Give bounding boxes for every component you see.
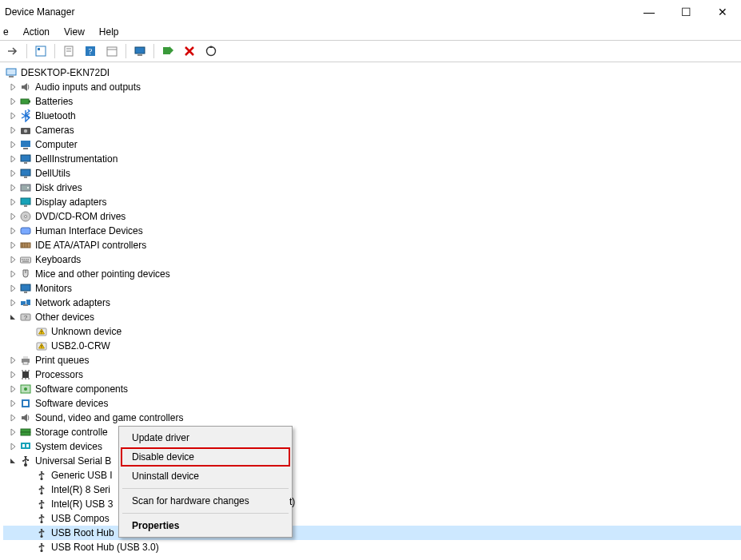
tree-device[interactable]: USB Compos (3, 511, 741, 526)
tree-category[interactable]: Software components (3, 382, 741, 396)
chevron-right-icon[interactable] (8, 111, 18, 121)
toolbar-help-button[interactable]: ? (81, 42, 100, 61)
tree-device[interactable]: Intel(R) USB 3 (3, 497, 741, 511)
tree-category[interactable]: IDE ATA/ATAPI controllers (3, 238, 741, 252)
tree-device[interactable]: Intel(R) 8 Seri (3, 483, 741, 497)
toolbar-calendar-button[interactable] (102, 42, 122, 61)
tree-category[interactable]: Keyboards (3, 252, 741, 267)
tree-category[interactable]: Print queues (3, 353, 741, 367)
chevron-right-icon[interactable] (8, 269, 18, 279)
tree-device[interactable]: Generic USB I (3, 468, 741, 483)
context-disable-device[interactable]: Disable device (121, 447, 290, 467)
tree-device[interactable]: USB Root Hub (USB 3.0) (3, 540, 741, 554)
context-uninstall-device[interactable]: Uninstall device (121, 467, 290, 486)
tree-category[interactable]: DellInstrumentation (3, 152, 741, 166)
tree-category[interactable]: Bluetooth (3, 109, 741, 123)
tree-category[interactable]: Network adapters (3, 296, 741, 310)
tree-category[interactable]: Computer (3, 137, 741, 152)
chevron-right-icon[interactable] (8, 284, 18, 293)
storage-icon (19, 426, 32, 439)
toolbar-properties-button[interactable] (31, 42, 50, 61)
chevron-right-icon[interactable] (8, 384, 18, 394)
toolbar-back-button[interactable] (3, 42, 22, 61)
svg-point-89 (39, 503, 41, 505)
tree-category[interactable]: Human Interface Devices (3, 224, 741, 238)
tree-category[interactable]: Monitors (3, 281, 741, 296)
device-tree[interactable]: DESKTOP-EKN72DI Audio inputs and outputs… (0, 62, 741, 554)
tree-category[interactable]: ?Other devices (3, 310, 741, 324)
chevron-right-icon[interactable] (8, 97, 18, 106)
chevron-right-icon[interactable] (8, 226, 18, 236)
chevron-right-icon[interactable] (8, 240, 18, 250)
toolbar-sheet-button[interactable] (59, 42, 78, 61)
chevron-right-icon[interactable] (8, 255, 18, 264)
display-icon (19, 196, 32, 209)
chevron-down-icon[interactable] (8, 312, 18, 322)
maximize-button[interactable]: ☐ (667, 0, 704, 24)
chevron-right-icon[interactable] (8, 169, 18, 178)
context-properties[interactable]: Properties (121, 516, 290, 535)
tree-root[interactable]: DESKTOP-EKN72DI (3, 66, 741, 80)
tree-device[interactable]: Unknown device (3, 324, 741, 339)
tree-category[interactable]: System devices (3, 439, 741, 454)
tree-category[interactable]: Display adapters (3, 195, 741, 209)
chevron-down-icon[interactable] (8, 456, 18, 466)
tree-device-label: Intel(R) USB 3 (51, 498, 113, 510)
hid-icon (19, 224, 32, 237)
chevron-right-icon[interactable] (8, 355, 18, 365)
chevron-right-icon[interactable] (8, 399, 18, 408)
tree-category[interactable]: Software devices (3, 396, 741, 411)
title-bar: Device Manager — ☐ ✕ (0, 0, 741, 24)
tree-device[interactable]: USB Root Hub (3, 526, 741, 540)
svg-point-85 (39, 489, 41, 490)
other-icon: ? (19, 311, 32, 324)
toolbar-uninstall-button[interactable] (180, 42, 199, 61)
swdev-icon (19, 397, 32, 410)
toolbar-enable-button[interactable] (158, 42, 177, 61)
svg-point-97 (39, 532, 41, 534)
menu-help[interactable]: Help (98, 26, 121, 38)
tree-category[interactable]: Disk drives (3, 181, 741, 195)
tree-category[interactable]: DVD/CD-ROM drives (3, 209, 741, 224)
help-icon: ? (84, 45, 97, 58)
svg-rect-22 (24, 162, 27, 164)
svg-rect-38 (24, 259, 26, 260)
toolbar-separator (26, 44, 27, 58)
menu-action[interactable]: Action (22, 26, 51, 38)
toolbar-cycle-button[interactable] (201, 42, 221, 61)
tree-device[interactable]: USB2.0-CRW (3, 339, 741, 353)
context-scan-hardware[interactable]: Scan for hardware changes (121, 491, 290, 510)
chevron-right-icon[interactable] (8, 212, 18, 221)
tree-category[interactable]: Storage controlle (3, 425, 741, 439)
tree-category[interactable]: Cameras (3, 123, 741, 137)
tree-category[interactable]: Batteries (3, 94, 741, 109)
tree-category[interactable]: DellUtils (3, 166, 741, 181)
svg-rect-11 (163, 47, 170, 54)
chevron-right-icon[interactable] (8, 82, 18, 92)
chevron-right-icon[interactable] (8, 442, 18, 451)
chevron-right-icon[interactable] (8, 140, 18, 149)
svg-rect-41 (22, 261, 29, 262)
chevron-right-icon[interactable] (8, 154, 18, 164)
tree-category[interactable]: Sound, video and game controllers (3, 411, 741, 425)
tree-category[interactable]: Processors (3, 367, 741, 382)
tree-category[interactable]: Universal Serial B (3, 454, 741, 468)
ide-icon (19, 239, 32, 252)
chevron-right-icon[interactable] (8, 183, 18, 193)
close-button[interactable]: ✕ (704, 0, 741, 24)
chevron-right-icon[interactable] (8, 125, 18, 135)
chevron-right-icon[interactable] (8, 427, 18, 437)
context-update-driver[interactable]: Update driver (121, 428, 290, 447)
chevron-right-icon[interactable] (8, 370, 18, 379)
tree-category[interactable]: Audio inputs and outputs (3, 80, 741, 94)
menu-view[interactable]: View (62, 26, 86, 38)
menu-file[interactable]: e (2, 26, 10, 38)
minimize-button[interactable]: — (631, 0, 667, 24)
chevron-right-icon[interactable] (8, 298, 18, 308)
toolbar-scan-button[interactable] (130, 42, 149, 61)
tree-category[interactable]: Mice and other pointing devices (3, 267, 741, 281)
tree-device-label: USB Compos (51, 513, 110, 524)
chevron-right-icon[interactable] (8, 197, 18, 207)
chevron-right-icon[interactable] (8, 413, 18, 423)
svg-point-101 (39, 546, 41, 548)
